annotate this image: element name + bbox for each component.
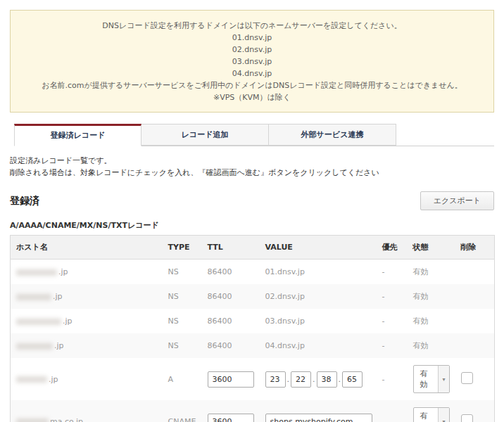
ttl-input[interactable] xyxy=(208,414,254,422)
notice-ns-4: 04.dnsv.jp xyxy=(18,68,486,79)
record-status: 有効 xyxy=(408,260,455,285)
export-button[interactable]: エクスポート xyxy=(420,191,494,210)
redacted-hostname xyxy=(16,418,49,422)
hostname-suffix: ma.co.jp xyxy=(50,417,83,422)
col-ttl: TTL xyxy=(202,236,260,260)
chevron-down-icon: ▾ xyxy=(438,408,448,422)
chevron-down-icon: ▾ xyxy=(438,366,448,392)
col-status: 状態 xyxy=(408,236,455,260)
record-types-label: A/AAAA/CNAME/MX/NS/TXTレコード xyxy=(10,220,504,231)
ip-octet-2-input[interactable] xyxy=(291,371,311,388)
record-priority: - xyxy=(377,358,408,400)
hostname-suffix: .jp xyxy=(58,267,68,276)
record-priority: - xyxy=(377,260,408,285)
notice-line-1: DNSレコード設定を利用するドメインは以下のネームサーバーを設定してください。 xyxy=(18,20,486,32)
records-description: 設定済みレコード一覧です。 削除される場合は、対象レコードにチェックを入れ、『確… xyxy=(10,155,504,179)
cname-value-input[interactable] xyxy=(265,414,372,422)
tab-registered-records[interactable]: 登録済レコード xyxy=(14,124,141,146)
notice-ns-2: 02.dnsv.jp xyxy=(18,44,486,56)
record-priority: - xyxy=(377,333,408,358)
record-status: 有効 xyxy=(408,333,455,358)
status-select[interactable]: 有効 ▾ xyxy=(413,365,450,393)
record-type: A xyxy=(163,358,202,400)
redacted-hostname xyxy=(16,343,53,350)
col-hostname: ホスト名 xyxy=(11,236,163,260)
record-priority: - xyxy=(377,400,408,422)
table-row: .jp NS 86400 03.dnsv.jp - 有効 xyxy=(11,309,495,333)
record-value: 03.dnsv.jp xyxy=(260,309,377,333)
record-status: 有効 xyxy=(408,284,455,309)
redacted-hostname xyxy=(16,376,47,383)
record-type: NS xyxy=(163,309,202,333)
table-row: .jp A ... - 有効 ▾ xyxy=(11,358,495,400)
description-line-1: 設定済みレコード一覧です。 xyxy=(10,155,504,167)
notice-line-3: ※VPS（KVM）は除く xyxy=(18,91,486,103)
notice-ns-1: 01.dnsv.jp xyxy=(18,32,486,44)
ttl-input[interactable] xyxy=(208,371,254,388)
octet-separator: . xyxy=(287,375,290,384)
record-value: 01.dnsv.jp xyxy=(260,260,377,285)
hostname-suffix: .jp xyxy=(49,375,58,384)
record-ttl: 86400 xyxy=(202,284,260,309)
table-row: .jp NS 86400 01.dnsv.jp - 有効 xyxy=(11,260,495,285)
registered-section-header: 登録済 エクスポート xyxy=(10,191,494,210)
col-value: VALUE xyxy=(260,236,377,260)
ip-octet-4-input[interactable] xyxy=(342,371,363,388)
tab-external-services[interactable]: 外部サービス連携 xyxy=(269,124,396,146)
col-priority: 優先 xyxy=(377,236,408,260)
record-priority: - xyxy=(377,284,408,309)
table-header-row: ホスト名 TYPE TTL VALUE 優先 状態 削除 xyxy=(11,236,495,260)
status-select-value: 有効 xyxy=(414,366,439,392)
record-status: 有効 xyxy=(408,309,455,333)
record-value: 04.dnsv.jp xyxy=(260,333,377,358)
status-select-value: 有効 xyxy=(414,408,439,422)
section-title: 登録済 xyxy=(10,195,39,207)
status-select[interactable]: 有効 ▾ xyxy=(413,407,450,422)
notice-line-2: お名前.comが提供するサーバーサービスをご利用中のドメインはDNSレコード設定… xyxy=(18,79,486,91)
table-row: .jp NS 86400 02.dnsv.jp - 有効 xyxy=(11,284,495,309)
record-tabs: 登録済レコード レコード追加 外部サービス連携 xyxy=(14,124,494,146)
table-row: ma.co.jp CNAME - 有効 ▾ xyxy=(11,400,495,422)
col-delete: 削除 xyxy=(455,236,495,260)
redacted-hostname xyxy=(16,269,57,276)
hostname-suffix: .jp xyxy=(54,341,64,350)
record-type: NS xyxy=(163,284,202,309)
record-type: CNAME xyxy=(163,400,202,422)
notice-ns-3: 03.dnsv.jp xyxy=(18,56,486,68)
tab-add-record[interactable]: レコード追加 xyxy=(141,124,269,146)
delete-checkbox[interactable] xyxy=(461,414,473,422)
record-ttl: 86400 xyxy=(202,260,260,285)
octet-separator: . xyxy=(339,375,341,384)
records-table: ホスト名 TYPE TTL VALUE 優先 状態 削除 .jp NS 8640… xyxy=(10,235,495,422)
record-ttl: 86400 xyxy=(202,333,260,358)
octet-separator: . xyxy=(313,375,315,384)
nameserver-notice: DNSレコード設定を利用するドメインは以下のネームサーバーを設定してください。 … xyxy=(10,10,494,113)
hostname-suffix: .jp xyxy=(63,316,73,326)
description-line-2: 削除される場合は、対象レコードにチェックを入れ、『確認画面へ進む』ボタンをクリッ… xyxy=(10,167,504,179)
redacted-hostname xyxy=(16,294,51,300)
delete-checkbox[interactable] xyxy=(461,372,473,384)
redacted-hostname xyxy=(16,319,61,325)
hostname-suffix: .jp xyxy=(53,292,63,301)
ip-octet-3-input[interactable] xyxy=(317,371,337,388)
record-type: NS xyxy=(163,333,202,358)
record-ttl: 86400 xyxy=(202,309,260,333)
record-priority: - xyxy=(377,309,408,333)
record-type: NS xyxy=(163,260,202,285)
record-value: 02.dnsv.jp xyxy=(260,284,377,309)
col-type: TYPE xyxy=(163,236,202,260)
ip-octet-1-input[interactable] xyxy=(265,371,286,388)
table-row: .jp NS 86400 04.dnsv.jp - 有効 xyxy=(11,333,495,358)
